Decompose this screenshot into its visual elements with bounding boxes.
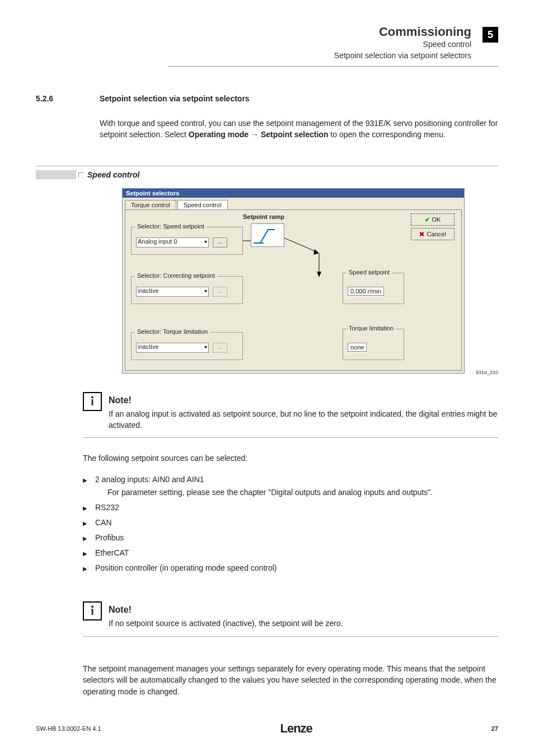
group-speed-setpoint-output: Speed setpoint 0,000 r/min xyxy=(343,273,404,304)
info-dot: ● xyxy=(91,604,93,609)
group-correcting-setpoint: Selector: Correcting setpoint inactive .… xyxy=(131,276,243,304)
correcting-setpoint-details-button: ... xyxy=(213,287,227,297)
note1-body: If an analog input is activated as setpo… xyxy=(109,409,498,431)
speed-setpoint-select[interactable]: Analog input 0 xyxy=(136,237,209,248)
bullet-1-sub: For parameter setting, please see the ch… xyxy=(95,487,498,498)
page-footer: SW-HB 13.0002-EN 4.1 Lenze 27 xyxy=(36,721,498,736)
intro-text-c: to open the corresponding menu. xyxy=(330,130,445,139)
check-icon: ✔ xyxy=(425,216,430,223)
header-title: Commissioning xyxy=(334,25,471,39)
footer-logo: Lenze xyxy=(280,721,312,736)
window-titlebar: Setpoint selectors xyxy=(123,189,464,198)
speed-setpoint-details-button[interactable]: ... xyxy=(213,237,227,248)
section-marker xyxy=(36,170,76,179)
figure-reference: 931e_210 xyxy=(476,370,498,375)
note2-heading: Note! xyxy=(109,601,498,615)
page-header: Commissioning Speed control Setpoint sel… xyxy=(334,25,471,61)
setpoint-ramp-label: Setpoint ramp xyxy=(243,213,284,220)
info-icon: ●i xyxy=(83,392,102,411)
section-number: 5.2.6 xyxy=(36,94,53,103)
cancel-label: Cancel xyxy=(427,231,446,237)
divider xyxy=(36,166,498,166)
tab-speed-control[interactable]: Speed control xyxy=(177,200,228,209)
footer-page-number: 27 xyxy=(491,725,498,732)
ok-button[interactable]: ✔ OK xyxy=(411,213,455,226)
header-sub1: Speed control xyxy=(334,39,471,50)
svg-marker-4 xyxy=(317,272,321,277)
note2-rule xyxy=(83,636,498,637)
list-item: 2 analog inputs: AIN0 and AIN1 For param… xyxy=(83,474,498,498)
torque-limitation-output-title: Torque limitation xyxy=(346,325,396,332)
speed-setpoint-value: 0,000 r/min xyxy=(348,287,384,296)
info-icon: ●i xyxy=(83,601,102,620)
torque-limitation-details-button: ... xyxy=(213,343,227,353)
torque-limitation-value: none xyxy=(348,343,367,352)
x-icon: ✖ xyxy=(419,231,424,238)
setpoint-selectors-window: Setpoint selectors Torque control Speed … xyxy=(122,188,465,374)
section-intro: With torque and speed control, you can u… xyxy=(100,118,498,141)
list-item: Profibus xyxy=(83,532,498,544)
group-speed-setpoint-title: Selector: Speed setpoint xyxy=(135,223,207,230)
cancel-button[interactable]: ✖ Cancel xyxy=(411,228,455,240)
list-item: RS232 xyxy=(83,502,498,514)
note-block-2: ●i Note! If no setpoint source is activa… xyxy=(83,601,498,637)
intro-text-b: Operating mode → Setpoint selection xyxy=(189,130,329,139)
footer-docid: SW-HB 13.0002-EN 4.1 xyxy=(36,725,101,732)
ramp-graphic[interactable] xyxy=(251,223,284,247)
speed-setpoint-output-title: Speed setpoint xyxy=(346,269,392,276)
svg-line-1 xyxy=(284,238,316,251)
note-block-1: ●i Note! If an analog input is activated… xyxy=(83,392,498,438)
tab-body: Setpoint ramp ✔ OK ✖ Cancel Selector: Sp… xyxy=(125,209,462,371)
chapter-badge: 5 xyxy=(483,27,498,43)
tab-torque-control[interactable]: Torque control xyxy=(125,200,176,209)
note2-body: If no setpoint source is activated (inac… xyxy=(109,618,498,629)
ok-label: OK xyxy=(432,216,441,223)
tab-row: Torque control Speed control xyxy=(123,198,464,209)
list-item: CAN xyxy=(83,517,498,529)
list-item: EtherCAT xyxy=(83,547,498,559)
section-title: Setpoint selection via setpoint selector… xyxy=(100,94,250,103)
header-rule xyxy=(168,66,498,67)
setpoint-source-list: 2 analog inputs: AIN0 and AIN1 For param… xyxy=(83,470,498,577)
group-torque-limitation-output: Torque limitation none xyxy=(343,329,404,360)
info-dot: ● xyxy=(91,394,93,400)
bullet-1: 2 analog inputs: AIN0 and AIN1 xyxy=(95,475,204,484)
group-correcting-setpoint-title: Selector: Correcting setpoint xyxy=(135,272,217,279)
list-item: Position controller (in operating mode s… xyxy=(83,562,498,574)
ramp-icon xyxy=(251,224,284,246)
svg-marker-2 xyxy=(313,249,319,255)
following-paragraph: The following setpoint sources can be se… xyxy=(83,454,498,463)
speed-control-heading: Speed control xyxy=(87,170,139,179)
group-speed-setpoint: Selector: Speed setpoint Analog input 0 … xyxy=(131,227,243,255)
note1-rule xyxy=(83,437,498,438)
final-paragraph: The setpoint management manages your set… xyxy=(83,663,498,697)
torque-limitation-select[interactable]: inactive xyxy=(136,343,209,353)
note1-heading: Note! xyxy=(109,392,498,405)
group-torque-limitation: Selector: Torque limitation inactive ... xyxy=(131,332,243,360)
header-sub2: Setpoint selection via setpoint selector… xyxy=(334,50,471,62)
group-torque-limitation-title: Selector: Torque limitation xyxy=(135,328,210,335)
correcting-setpoint-select[interactable]: inactive xyxy=(136,287,209,297)
